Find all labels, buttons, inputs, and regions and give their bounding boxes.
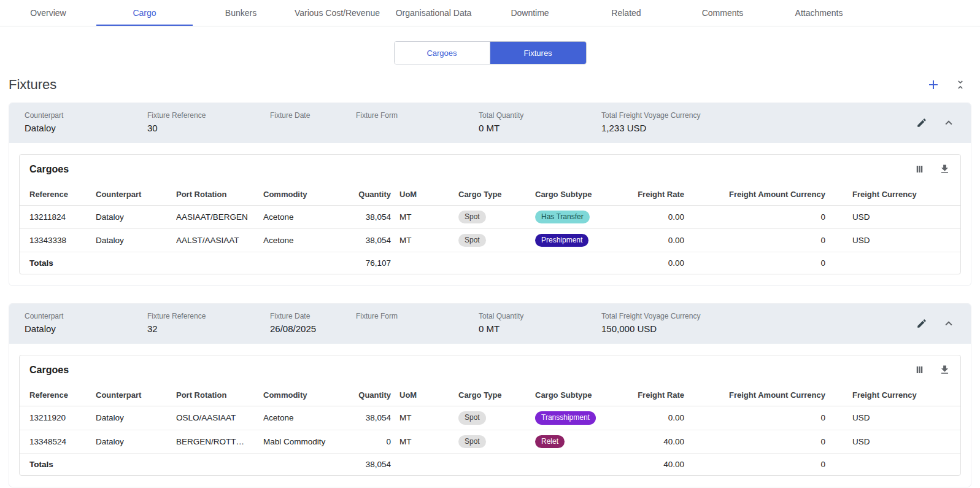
- total-freight-field: Total Freight Voyage Currency 1,233 USD: [601, 111, 700, 134]
- column-header: Freight Currency: [834, 384, 960, 406]
- column-header: Reference: [20, 184, 96, 206]
- counterpart-cell: Dataloy: [96, 406, 176, 430]
- cargo-type-chip: Spot: [458, 234, 486, 247]
- total-quantity-field: Total Quantity 0 MT: [479, 312, 601, 335]
- freight-amount-currency-cell: 0: [693, 430, 834, 453]
- cargoes-fixtures-toggle: Cargoes Fixtures: [394, 41, 587, 64]
- totals-row: Totals 76,107 0.00 0: [20, 252, 960, 274]
- tab-attachments[interactable]: Attachments: [771, 0, 867, 26]
- fixture-form-value: [356, 323, 479, 335]
- cargo-row[interactable]: 13211824 Dataloy AASIAAT/BERGEN Acetone …: [20, 206, 960, 229]
- cargo-type-cell: Spot: [458, 229, 535, 252]
- cargo-subtype-cell: Has Transfer: [535, 206, 620, 229]
- totals-freight-rate: 40.00: [620, 453, 693, 475]
- port-rotation-cell: BERGEN/ROTT…: [176, 430, 263, 453]
- column-header: Port Rotation: [176, 184, 263, 206]
- tab-bunkers[interactable]: Bunkers: [193, 0, 289, 26]
- column-header: Cargo Type: [458, 384, 535, 406]
- download-button[interactable]: [939, 364, 951, 376]
- add-fixture-button[interactable]: [926, 77, 941, 92]
- tab-overview[interactable]: Overview: [0, 0, 96, 26]
- port-rotation-cell: AASIAAT/BERGEN: [176, 206, 263, 229]
- totals-freight-amount-currency: 0: [693, 453, 834, 475]
- tab-organisational-data[interactable]: Organisational Data: [385, 0, 482, 26]
- fixture-card: Counterpart Dataloy Fixture Reference 32…: [9, 303, 971, 487]
- counterpart-field: Counterpart Dataloy: [25, 111, 147, 134]
- freight-currency-cell: USD: [834, 406, 960, 430]
- cargo-type-chip: Spot: [458, 435, 486, 448]
- fixture-form-field: Fixture Form: [356, 312, 479, 335]
- fixture-form-value: [356, 123, 479, 134]
- total-quantity-value: 0 MT: [479, 323, 601, 335]
- fixture-reference-label: Fixture Reference: [147, 312, 270, 320]
- download-button[interactable]: [939, 163, 951, 175]
- fixture-form-field: Fixture Form: [356, 111, 479, 134]
- cargo-subtype-cell: Transshipment: [535, 406, 620, 430]
- top-tab-bar: Overview Cargo Bunkers Various Cost/Reve…: [0, 0, 980, 26]
- counterpart-cell: Dataloy: [96, 430, 176, 453]
- quantity-cell: 38,054: [338, 206, 399, 229]
- reference-cell: 13343338: [20, 229, 96, 252]
- column-header: Cargo Subtype: [535, 384, 620, 406]
- column-header: Quantity: [338, 184, 399, 206]
- counterpart-label: Counterpart: [25, 111, 147, 120]
- choose-columns-button[interactable]: [914, 364, 925, 376]
- cargoes-panel-header: Cargoes: [20, 155, 960, 184]
- choose-columns-button[interactable]: [914, 163, 925, 175]
- cargo-row[interactable]: 13348524 Dataloy BERGEN/ROTT… Mabl Commo…: [20, 430, 960, 453]
- collapse-fixture-button[interactable]: [942, 116, 955, 130]
- total-quantity-label: Total Quantity: [479, 312, 601, 320]
- fixture-card: Counterpart Dataloy Fixture Reference 30…: [9, 103, 971, 286]
- cargo-subtype-chip: Relet: [535, 435, 565, 448]
- view-toggle-row: Cargoes Fixtures: [0, 41, 980, 64]
- fixture-date-field: Fixture Date 26/08/2025: [270, 312, 356, 335]
- counterpart-value: Dataloy: [25, 123, 147, 134]
- collapse-all-button[interactable]: [954, 79, 966, 91]
- cargoes-panel-actions: [914, 163, 951, 175]
- fixture-date-label: Fixture Date: [270, 111, 356, 120]
- cargo-type-cell: Spot: [458, 430, 535, 453]
- uom-cell: MT: [399, 206, 458, 229]
- commodity-cell: Mabl Commodity: [263, 430, 338, 453]
- totals-row: Totals 38,054 40.00 0: [20, 453, 960, 475]
- tab-cargo[interactable]: Cargo: [96, 0, 193, 26]
- cargo-type-cell: Spot: [458, 206, 535, 229]
- column-header: Cargo Subtype: [535, 184, 620, 206]
- chevron-up-icon: [942, 317, 955, 330]
- cargo-row[interactable]: 13343338 Dataloy AALST/AASIAAT Acetone 3…: [20, 229, 960, 252]
- tab-comments[interactable]: Comments: [674, 0, 771, 26]
- column-header: Commodity: [263, 184, 338, 206]
- plus-icon: [926, 77, 941, 92]
- page-title: Fixtures: [9, 77, 56, 93]
- column-header: Commodity: [263, 384, 338, 406]
- cargo-row[interactable]: 13211920 Dataloy OSLO/AASIAAT Acetone 38…: [20, 406, 960, 430]
- pencil-icon: [916, 318, 927, 329]
- tab-related[interactable]: Related: [578, 0, 674, 26]
- cargo-subtype-chip: Preshipment: [535, 234, 588, 247]
- fixture-body: Cargoes Referen: [9, 143, 971, 285]
- cargoes-panel-header: Cargoes: [20, 355, 960, 384]
- uom-cell: MT: [399, 406, 458, 430]
- toggle-cargoes[interactable]: Cargoes: [395, 42, 490, 64]
- column-header: UoM: [399, 184, 458, 206]
- cargoes-panel: Cargoes Referen: [19, 154, 961, 274]
- fixture-reference-label: Fixture Reference: [147, 111, 270, 120]
- edit-fixture-button[interactable]: [916, 117, 927, 128]
- column-header: Reference: [20, 384, 96, 406]
- toggle-fixtures[interactable]: Fixtures: [490, 42, 586, 64]
- fixture-reference-field: Fixture Reference 30: [147, 111, 270, 134]
- totals-label: Totals: [20, 252, 96, 274]
- totals-quantity: 76,107: [338, 252, 399, 274]
- edit-fixture-button[interactable]: [916, 318, 927, 329]
- counterpart-value: Dataloy: [25, 323, 147, 335]
- tab-downtime[interactable]: Downtime: [482, 0, 578, 26]
- reference-cell: 13348524: [20, 430, 96, 453]
- fixture-date-value: [270, 123, 356, 134]
- column-header: Freight Rate: [620, 184, 693, 206]
- reference-cell: 13211824: [20, 206, 96, 229]
- cargo-type-chip: Spot: [458, 211, 486, 223]
- tab-various-cost-revenue[interactable]: Various Cost/Revenue: [289, 0, 385, 26]
- fixture-header: Counterpart Dataloy Fixture Reference 32…: [9, 304, 971, 344]
- collapse-fixture-button[interactable]: [942, 317, 955, 330]
- fixture-date-label: Fixture Date: [270, 312, 356, 320]
